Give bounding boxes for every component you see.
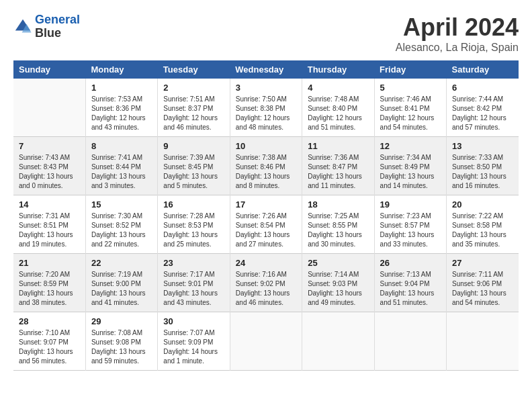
day-info: Sunrise: 7:19 AM Sunset: 9:00 PM Dayligh…	[91, 270, 152, 308]
day-number: 19	[380, 199, 441, 210]
calendar-cell	[447, 312, 519, 371]
column-header-monday: Monday	[85, 60, 157, 79]
header-row: SundayMondayTuesdayWednesdayThursdayFrid…	[13, 60, 519, 79]
calendar-cell: 24Sunrise: 7:16 AM Sunset: 9:02 PM Dayli…	[230, 254, 302, 312]
day-number: 28	[19, 316, 80, 326]
calendar-cell: 1Sunrise: 7:53 AM Sunset: 8:36 PM Daylig…	[85, 79, 157, 137]
calendar-cell: 5Sunrise: 7:46 AM Sunset: 8:41 PM Daylig…	[374, 79, 446, 137]
calendar-cell: 15Sunrise: 7:30 AM Sunset: 8:52 PM Dayli…	[85, 195, 157, 254]
day-info: Sunrise: 7:46 AM Sunset: 8:41 PM Dayligh…	[380, 95, 441, 132]
day-number: 25	[308, 258, 368, 268]
day-info: Sunrise: 7:34 AM Sunset: 8:49 PM Dayligh…	[380, 153, 441, 191]
day-info: Sunrise: 7:38 AM Sunset: 8:46 PM Dayligh…	[236, 153, 296, 191]
logo-icon	[13, 17, 32, 36]
day-number: 8	[91, 141, 152, 151]
day-number: 15	[91, 199, 152, 210]
day-number: 29	[91, 316, 152, 326]
calendar-cell: 11Sunrise: 7:36 AM Sunset: 8:47 PM Dayli…	[302, 137, 374, 195]
day-info: Sunrise: 7:10 AM Sunset: 9:07 PM Dayligh…	[19, 328, 80, 366]
day-info: Sunrise: 7:16 AM Sunset: 9:02 PM Dayligh…	[236, 270, 296, 308]
calendar-cell: 21Sunrise: 7:20 AM Sunset: 8:59 PM Dayli…	[13, 254, 85, 312]
calendar-cell: 28Sunrise: 7:10 AM Sunset: 9:07 PM Dayli…	[13, 312, 85, 371]
day-number: 16	[163, 199, 224, 210]
day-number: 30	[163, 316, 224, 326]
day-info: Sunrise: 7:23 AM Sunset: 8:57 PM Dayligh…	[380, 212, 441, 249]
title-block: April 2024 Alesanco, La Rioja, Spain	[396, 13, 519, 54]
day-info: Sunrise: 7:11 AM Sunset: 9:06 PM Dayligh…	[452, 270, 513, 308]
day-number: 26	[380, 258, 441, 268]
day-info: Sunrise: 7:44 AM Sunset: 8:42 PM Dayligh…	[452, 95, 513, 132]
calendar-cell: 27Sunrise: 7:11 AM Sunset: 9:06 PM Dayli…	[447, 254, 519, 312]
day-number: 21	[19, 258, 80, 268]
calendar-cell: 19Sunrise: 7:23 AM Sunset: 8:57 PM Dayli…	[374, 195, 446, 254]
day-number: 2	[163, 83, 224, 93]
calendar-body: 1Sunrise: 7:53 AM Sunset: 8:36 PM Daylig…	[13, 79, 519, 371]
calendar-cell: 23Sunrise: 7:17 AM Sunset: 9:01 PM Dayli…	[158, 254, 230, 312]
calendar-cell: 4Sunrise: 7:48 AM Sunset: 8:40 PM Daylig…	[302, 79, 374, 137]
day-number: 22	[91, 258, 152, 268]
calendar-cell: 30Sunrise: 7:07 AM Sunset: 9:09 PM Dayli…	[158, 312, 230, 371]
day-number: 7	[19, 141, 80, 151]
calendar-cell: 20Sunrise: 7:22 AM Sunset: 8:58 PM Dayli…	[447, 195, 519, 254]
day-info: Sunrise: 7:51 AM Sunset: 8:37 PM Dayligh…	[163, 95, 224, 132]
column-header-wednesday: Wednesday	[230, 60, 302, 79]
day-info: Sunrise: 7:41 AM Sunset: 8:44 PM Dayligh…	[91, 153, 152, 191]
calendar-table: SundayMondayTuesdayWednesdayThursdayFrid…	[13, 60, 519, 371]
logo-line1: General	[35, 13, 80, 26]
calendar-cell: 12Sunrise: 7:34 AM Sunset: 8:49 PM Dayli…	[374, 137, 446, 195]
day-number: 3	[236, 83, 296, 93]
calendar-cell	[302, 312, 374, 371]
day-number: 24	[236, 258, 296, 268]
logo-line2: Blue	[35, 27, 80, 40]
calendar-header: SundayMondayTuesdayWednesdayThursdayFrid…	[13, 60, 519, 79]
day-info: Sunrise: 7:43 AM Sunset: 8:43 PM Dayligh…	[19, 153, 80, 191]
day-info: Sunrise: 7:08 AM Sunset: 9:08 PM Dayligh…	[91, 328, 152, 366]
week-row-3: 14Sunrise: 7:31 AM Sunset: 8:51 PM Dayli…	[13, 195, 519, 254]
column-header-tuesday: Tuesday	[158, 60, 230, 79]
day-info: Sunrise: 7:30 AM Sunset: 8:52 PM Dayligh…	[91, 212, 152, 249]
day-info: Sunrise: 7:14 AM Sunset: 9:03 PM Dayligh…	[308, 270, 368, 308]
day-number: 20	[452, 199, 513, 210]
calendar-cell: 10Sunrise: 7:38 AM Sunset: 8:46 PM Dayli…	[230, 137, 302, 195]
day-number: 5	[380, 83, 441, 93]
day-number: 1	[91, 83, 152, 93]
calendar-cell	[13, 79, 85, 137]
calendar-cell	[230, 312, 302, 371]
calendar-cell: 17Sunrise: 7:26 AM Sunset: 8:54 PM Dayli…	[230, 195, 302, 254]
calendar-subtitle: Alesanco, La Rioja, Spain	[396, 42, 519, 54]
day-info: Sunrise: 7:39 AM Sunset: 8:45 PM Dayligh…	[163, 153, 224, 191]
day-info: Sunrise: 7:36 AM Sunset: 8:47 PM Dayligh…	[308, 153, 368, 191]
day-number: 9	[163, 141, 224, 151]
day-info: Sunrise: 7:22 AM Sunset: 8:58 PM Dayligh…	[452, 212, 513, 249]
day-number: 10	[236, 141, 296, 151]
day-info: Sunrise: 7:20 AM Sunset: 8:59 PM Dayligh…	[19, 270, 80, 308]
column-header-friday: Friday	[374, 60, 446, 79]
day-info: Sunrise: 7:13 AM Sunset: 9:04 PM Dayligh…	[380, 270, 441, 308]
page-header: General Blue April 2024 Alesanco, La Rio…	[13, 13, 519, 54]
calendar-cell: 16Sunrise: 7:28 AM Sunset: 8:53 PM Dayli…	[158, 195, 230, 254]
calendar-cell: 9Sunrise: 7:39 AM Sunset: 8:45 PM Daylig…	[158, 137, 230, 195]
logo: General Blue	[13, 13, 80, 40]
day-info: Sunrise: 7:25 AM Sunset: 8:55 PM Dayligh…	[308, 212, 368, 249]
column-header-saturday: Saturday	[447, 60, 519, 79]
day-number: 27	[452, 258, 513, 268]
day-number: 6	[452, 83, 513, 93]
calendar-cell: 18Sunrise: 7:25 AM Sunset: 8:55 PM Dayli…	[302, 195, 374, 254]
week-row-5: 28Sunrise: 7:10 AM Sunset: 9:07 PM Dayli…	[13, 312, 519, 371]
calendar-cell: 3Sunrise: 7:50 AM Sunset: 8:38 PM Daylig…	[230, 79, 302, 137]
calendar-cell: 6Sunrise: 7:44 AM Sunset: 8:42 PM Daylig…	[447, 79, 519, 137]
day-number: 17	[236, 199, 296, 210]
day-info: Sunrise: 7:17 AM Sunset: 9:01 PM Dayligh…	[163, 270, 224, 308]
day-info: Sunrise: 7:50 AM Sunset: 8:38 PM Dayligh…	[236, 95, 296, 132]
calendar-cell: 22Sunrise: 7:19 AM Sunset: 9:00 PM Dayli…	[85, 254, 157, 312]
calendar-cell	[374, 312, 446, 371]
calendar-cell: 14Sunrise: 7:31 AM Sunset: 8:51 PM Dayli…	[13, 195, 85, 254]
calendar-cell: 7Sunrise: 7:43 AM Sunset: 8:43 PM Daylig…	[13, 137, 85, 195]
day-number: 11	[308, 141, 368, 151]
column-header-sunday: Sunday	[13, 60, 85, 79]
column-header-thursday: Thursday	[302, 60, 374, 79]
day-number: 4	[308, 83, 368, 93]
day-number: 23	[163, 258, 224, 268]
week-row-1: 1Sunrise: 7:53 AM Sunset: 8:36 PM Daylig…	[13, 79, 519, 137]
calendar-cell: 29Sunrise: 7:08 AM Sunset: 9:08 PM Dayli…	[85, 312, 157, 371]
